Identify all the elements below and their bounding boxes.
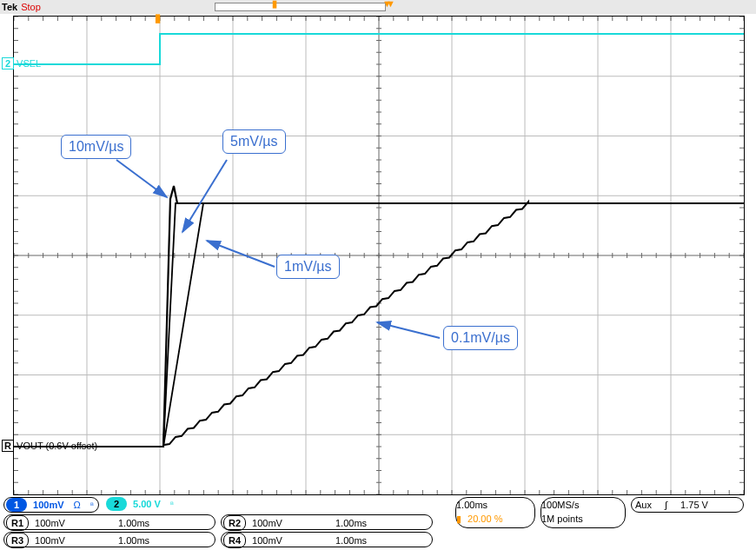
status-bar: 1 100mV ᴮ 2 5.00 V ᴮ R1 100mV 1.00ms R2 … (0, 495, 756, 550)
run-state: Stop (21, 2, 41, 12)
oscilloscope-screenshot: Tek Stop ▮ ▼ ▼ (0, 0, 756, 550)
arrow-0p1 (377, 322, 440, 338)
trigger-marker-y2-icon: ▼ (386, 0, 395, 9)
arrow-10 (116, 160, 167, 197)
rising-edge-icon: ∫ (661, 500, 671, 510)
trigger-T-icon: ▮ (155, 11, 161, 24)
status-r3: R3 100mV 1.00ms (3, 532, 216, 547)
status-r1: R1 100mV 1.00ms (3, 514, 216, 530)
arrow-1 (207, 241, 275, 267)
status-ch1: 1 100mV ᴮ (3, 497, 99, 513)
status-r4: R4 100mV 1.00ms (221, 532, 433, 547)
annotation-5: 5mV/µs (222, 129, 286, 154)
refs-marker: R VOUT (0.6V offset) (2, 440, 97, 452)
ch2-marker: 2 VSEL (2, 57, 41, 70)
annotation-1: 1mV/µs (276, 255, 340, 279)
grid-svg (14, 17, 744, 494)
refs-label: VOUT (0.6V offset) (17, 441, 97, 451)
status-ch2: 2 5.00 V ᴮ (104, 497, 200, 511)
plot-area: 2 VSEL R VOUT (0.6V offset) ▮ 10mV/µs 5m… (13, 16, 745, 495)
trigger-marker-a-icon: ▮ (272, 0, 277, 10)
brand-label: Tek (2, 2, 17, 12)
status-acq: 100MS/s 1M points (540, 497, 626, 528)
status-timebase: 1.00ms ▮ 20.00 % (455, 497, 535, 528)
trigger-position-bar: ▮ (215, 0, 384, 12)
status-r2: R2 100mV 1.00ms (221, 514, 433, 530)
annotation-10: 10mV/µs (61, 135, 131, 159)
status-trigger: Aux ∫ 1.75 V (631, 497, 744, 513)
annotation-0p1: 0.1mV/µs (443, 326, 518, 350)
ch2-label: VSEL (17, 58, 41, 69)
